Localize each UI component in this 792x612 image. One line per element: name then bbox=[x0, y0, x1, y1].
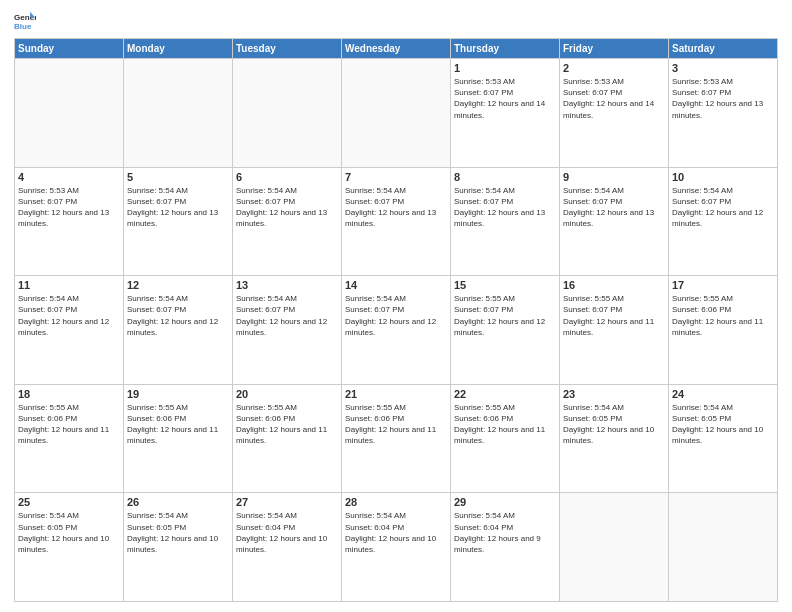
day-number: 3 bbox=[672, 62, 774, 74]
day-number: 22 bbox=[454, 388, 556, 400]
day-info: Sunrise: 5:53 AMSunset: 6:07 PMDaylight:… bbox=[672, 76, 774, 121]
day-number: 18 bbox=[18, 388, 120, 400]
day-info: Sunrise: 5:54 AMSunset: 6:07 PMDaylight:… bbox=[236, 293, 338, 338]
day-number: 14 bbox=[345, 279, 447, 291]
calendar-cell: 26Sunrise: 5:54 AMSunset: 6:05 PMDayligh… bbox=[124, 493, 233, 602]
day-number: 4 bbox=[18, 171, 120, 183]
day-info: Sunrise: 5:54 AMSunset: 6:04 PMDaylight:… bbox=[454, 510, 556, 555]
weekday-header-monday: Monday bbox=[124, 39, 233, 59]
day-number: 20 bbox=[236, 388, 338, 400]
day-info: Sunrise: 5:55 AMSunset: 6:06 PMDaylight:… bbox=[236, 402, 338, 447]
calendar-cell bbox=[669, 493, 778, 602]
calendar-cell: 5Sunrise: 5:54 AMSunset: 6:07 PMDaylight… bbox=[124, 167, 233, 276]
calendar-cell: 8Sunrise: 5:54 AMSunset: 6:07 PMDaylight… bbox=[451, 167, 560, 276]
calendar-cell: 1Sunrise: 5:53 AMSunset: 6:07 PMDaylight… bbox=[451, 59, 560, 168]
calendar-cell: 21Sunrise: 5:55 AMSunset: 6:06 PMDayligh… bbox=[342, 384, 451, 493]
calendar-cell: 14Sunrise: 5:54 AMSunset: 6:07 PMDayligh… bbox=[342, 276, 451, 385]
day-number: 10 bbox=[672, 171, 774, 183]
day-info: Sunrise: 5:54 AMSunset: 6:07 PMDaylight:… bbox=[672, 185, 774, 230]
calendar-cell: 6Sunrise: 5:54 AMSunset: 6:07 PMDaylight… bbox=[233, 167, 342, 276]
day-info: Sunrise: 5:54 AMSunset: 6:04 PMDaylight:… bbox=[345, 510, 447, 555]
weekday-header-saturday: Saturday bbox=[669, 39, 778, 59]
day-info: Sunrise: 5:55 AMSunset: 6:06 PMDaylight:… bbox=[18, 402, 120, 447]
svg-text:General: General bbox=[14, 13, 36, 22]
calendar-cell: 27Sunrise: 5:54 AMSunset: 6:04 PMDayligh… bbox=[233, 493, 342, 602]
day-info: Sunrise: 5:54 AMSunset: 6:07 PMDaylight:… bbox=[127, 293, 229, 338]
day-info: Sunrise: 5:54 AMSunset: 6:05 PMDaylight:… bbox=[563, 402, 665, 447]
day-info: Sunrise: 5:54 AMSunset: 6:05 PMDaylight:… bbox=[18, 510, 120, 555]
calendar-cell bbox=[342, 59, 451, 168]
day-info: Sunrise: 5:55 AMSunset: 6:06 PMDaylight:… bbox=[127, 402, 229, 447]
calendar-cell: 23Sunrise: 5:54 AMSunset: 6:05 PMDayligh… bbox=[560, 384, 669, 493]
day-number: 17 bbox=[672, 279, 774, 291]
day-number: 28 bbox=[345, 496, 447, 508]
day-info: Sunrise: 5:55 AMSunset: 6:06 PMDaylight:… bbox=[672, 293, 774, 338]
day-number: 7 bbox=[345, 171, 447, 183]
calendar-cell: 18Sunrise: 5:55 AMSunset: 6:06 PMDayligh… bbox=[15, 384, 124, 493]
calendar-cell: 29Sunrise: 5:54 AMSunset: 6:04 PMDayligh… bbox=[451, 493, 560, 602]
day-info: Sunrise: 5:55 AMSunset: 6:07 PMDaylight:… bbox=[454, 293, 556, 338]
day-number: 5 bbox=[127, 171, 229, 183]
day-number: 23 bbox=[563, 388, 665, 400]
day-number: 13 bbox=[236, 279, 338, 291]
day-info: Sunrise: 5:54 AMSunset: 6:07 PMDaylight:… bbox=[345, 185, 447, 230]
day-info: Sunrise: 5:55 AMSunset: 6:06 PMDaylight:… bbox=[454, 402, 556, 447]
day-info: Sunrise: 5:55 AMSunset: 6:06 PMDaylight:… bbox=[345, 402, 447, 447]
day-info: Sunrise: 5:54 AMSunset: 6:07 PMDaylight:… bbox=[563, 185, 665, 230]
day-number: 15 bbox=[454, 279, 556, 291]
day-number: 11 bbox=[18, 279, 120, 291]
weekday-header-tuesday: Tuesday bbox=[233, 39, 342, 59]
day-number: 16 bbox=[563, 279, 665, 291]
day-number: 1 bbox=[454, 62, 556, 74]
calendar-table: SundayMondayTuesdayWednesdayThursdayFrid… bbox=[14, 38, 778, 602]
calendar-cell: 15Sunrise: 5:55 AMSunset: 6:07 PMDayligh… bbox=[451, 276, 560, 385]
weekday-header-thursday: Thursday bbox=[451, 39, 560, 59]
day-number: 19 bbox=[127, 388, 229, 400]
weekday-header-friday: Friday bbox=[560, 39, 669, 59]
day-number: 8 bbox=[454, 171, 556, 183]
day-info: Sunrise: 5:54 AMSunset: 6:07 PMDaylight:… bbox=[345, 293, 447, 338]
day-number: 21 bbox=[345, 388, 447, 400]
calendar-cell bbox=[560, 493, 669, 602]
day-info: Sunrise: 5:53 AMSunset: 6:07 PMDaylight:… bbox=[18, 185, 120, 230]
calendar-cell: 24Sunrise: 5:54 AMSunset: 6:05 PMDayligh… bbox=[669, 384, 778, 493]
day-info: Sunrise: 5:54 AMSunset: 6:07 PMDaylight:… bbox=[236, 185, 338, 230]
calendar-cell: 25Sunrise: 5:54 AMSunset: 6:05 PMDayligh… bbox=[15, 493, 124, 602]
calendar-cell: 9Sunrise: 5:54 AMSunset: 6:07 PMDaylight… bbox=[560, 167, 669, 276]
day-info: Sunrise: 5:54 AMSunset: 6:04 PMDaylight:… bbox=[236, 510, 338, 555]
svg-text:Blue: Blue bbox=[14, 22, 32, 31]
calendar-cell: 19Sunrise: 5:55 AMSunset: 6:06 PMDayligh… bbox=[124, 384, 233, 493]
calendar-cell: 13Sunrise: 5:54 AMSunset: 6:07 PMDayligh… bbox=[233, 276, 342, 385]
day-number: 6 bbox=[236, 171, 338, 183]
day-info: Sunrise: 5:54 AMSunset: 6:05 PMDaylight:… bbox=[672, 402, 774, 447]
calendar-cell: 22Sunrise: 5:55 AMSunset: 6:06 PMDayligh… bbox=[451, 384, 560, 493]
calendar-cell: 12Sunrise: 5:54 AMSunset: 6:07 PMDayligh… bbox=[124, 276, 233, 385]
logo: General Blue bbox=[14, 10, 36, 32]
calendar-cell: 20Sunrise: 5:55 AMSunset: 6:06 PMDayligh… bbox=[233, 384, 342, 493]
calendar-cell: 10Sunrise: 5:54 AMSunset: 6:07 PMDayligh… bbox=[669, 167, 778, 276]
calendar-cell: 16Sunrise: 5:55 AMSunset: 6:07 PMDayligh… bbox=[560, 276, 669, 385]
day-info: Sunrise: 5:54 AMSunset: 6:07 PMDaylight:… bbox=[127, 185, 229, 230]
day-info: Sunrise: 5:54 AMSunset: 6:07 PMDaylight:… bbox=[18, 293, 120, 338]
calendar-cell: 17Sunrise: 5:55 AMSunset: 6:06 PMDayligh… bbox=[669, 276, 778, 385]
header: General Blue bbox=[14, 10, 778, 32]
day-number: 26 bbox=[127, 496, 229, 508]
day-number: 25 bbox=[18, 496, 120, 508]
logo-icon: General Blue bbox=[14, 10, 36, 32]
calendar-cell bbox=[124, 59, 233, 168]
day-info: Sunrise: 5:54 AMSunset: 6:05 PMDaylight:… bbox=[127, 510, 229, 555]
day-info: Sunrise: 5:55 AMSunset: 6:07 PMDaylight:… bbox=[563, 293, 665, 338]
page: General Blue SundayMondayTuesdayWednesda… bbox=[0, 0, 792, 612]
day-number: 24 bbox=[672, 388, 774, 400]
calendar-cell bbox=[233, 59, 342, 168]
calendar-cell bbox=[15, 59, 124, 168]
day-number: 12 bbox=[127, 279, 229, 291]
day-number: 27 bbox=[236, 496, 338, 508]
day-info: Sunrise: 5:54 AMSunset: 6:07 PMDaylight:… bbox=[454, 185, 556, 230]
day-number: 29 bbox=[454, 496, 556, 508]
day-number: 2 bbox=[563, 62, 665, 74]
calendar-cell: 11Sunrise: 5:54 AMSunset: 6:07 PMDayligh… bbox=[15, 276, 124, 385]
calendar-cell: 2Sunrise: 5:53 AMSunset: 6:07 PMDaylight… bbox=[560, 59, 669, 168]
calendar-cell: 3Sunrise: 5:53 AMSunset: 6:07 PMDaylight… bbox=[669, 59, 778, 168]
calendar-cell: 7Sunrise: 5:54 AMSunset: 6:07 PMDaylight… bbox=[342, 167, 451, 276]
